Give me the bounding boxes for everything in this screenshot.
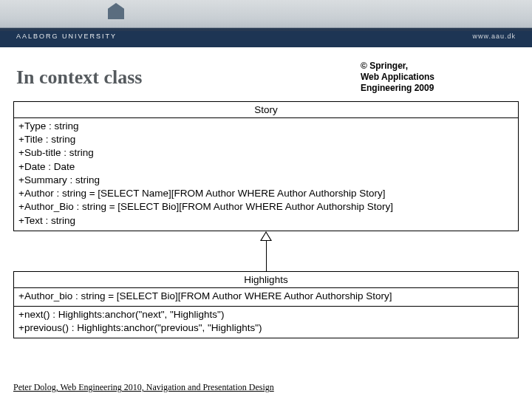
operations-compartment: +next() : Highlights:anchor("next", "Hig… xyxy=(14,306,518,338)
university-url: www.aau.dk xyxy=(472,33,516,40)
attr: +Date : Date xyxy=(18,160,514,174)
attr: +Summary : string xyxy=(18,174,514,187)
attributes-compartment: +Author_bio : string = [SELECT Bio][FROM… xyxy=(14,288,518,306)
class-highlights: Highlights +Author_bio : string = [SELEC… xyxy=(13,271,519,339)
attr: +Type : string xyxy=(18,120,514,133)
attr: +Title : string xyxy=(18,133,514,146)
attr: +Author_Bio : string = [SELECT Bio][FROM… xyxy=(18,200,514,214)
page-title: In context class xyxy=(16,66,142,89)
attr: +Text : string xyxy=(18,214,514,228)
class-name: Story xyxy=(14,102,518,118)
attr: +Author_bio : string = [SELECT Bio][FROM… xyxy=(18,290,514,303)
op: +next() : Highlights:anchor("next", "Hig… xyxy=(18,308,514,321)
attributes-compartment: +Type : string +Title : string +Sub-titl… xyxy=(14,118,518,231)
university-logo-icon xyxy=(108,3,124,19)
attr: +Sub-title : string xyxy=(18,146,514,160)
op: +previous() : Highlights:anchor("previou… xyxy=(18,321,514,335)
copyright-line: Engineering 2009 xyxy=(361,83,434,94)
copyright-block: © Springer, Web Applications Engineering… xyxy=(361,61,516,94)
generalization-arrow-icon xyxy=(13,231,519,271)
title-row: In context class © Springer, Web Applica… xyxy=(0,47,532,101)
class-story: Story +Type : string +Title : string +Su… xyxy=(13,101,519,231)
footer-citation: Peter Dolog, Web Engineering 2010, Navig… xyxy=(13,382,274,393)
uml-diagram: Story +Type : string +Title : string +Su… xyxy=(13,101,519,338)
attr: +Author : string = [SELECT Name][FROM Au… xyxy=(18,187,514,200)
copyright-line: Web Applications xyxy=(361,72,434,83)
class-name: Highlights xyxy=(14,272,518,288)
university-name: AALBORG UNIVERSITY xyxy=(16,33,117,40)
copyright-line: © Springer, xyxy=(361,61,434,72)
header-banner: AALBORG UNIVERSITY www.aau.dk xyxy=(0,0,532,47)
